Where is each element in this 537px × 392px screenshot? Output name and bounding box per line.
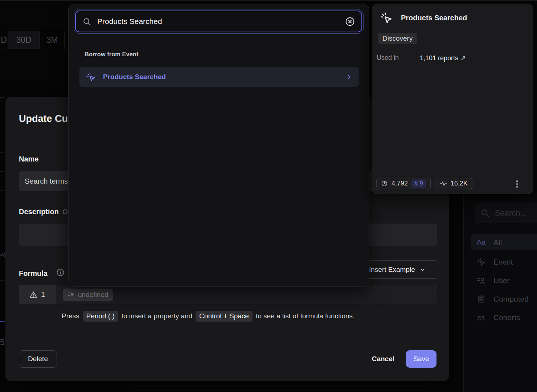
time-range-selector: D 30D 3M — [0, 31, 65, 49]
used-in-label: Used in — [377, 54, 399, 62]
clear-search-icon[interactable] — [345, 17, 355, 26]
sidebar-item-all[interactable]: Aa All — [471, 234, 537, 250]
delete-button[interactable]: Delete — [19, 350, 57, 368]
backdrop-gridline — [0, 97, 5, 98]
sidebar-item-cohorts[interactable]: Cohorts — [471, 309, 537, 326]
external-link-icon: ↗ — [460, 54, 466, 62]
pie-chart-icon — [381, 180, 388, 187]
search-input[interactable] — [97, 17, 339, 26]
cancel-button[interactable]: Cancel — [372, 355, 394, 363]
chip-label: undefined — [78, 291, 108, 299]
modal-footer-actions: Cancel Save — [372, 350, 436, 368]
backdrop-chart-line — [0, 321, 5, 322]
error-line-number: 1 — [41, 291, 45, 299]
kbd-period: Period (.) — [83, 311, 118, 322]
save-button[interactable]: Save — [406, 350, 436, 368]
warning-icon — [29, 291, 37, 299]
text-type-icon: Aa — [477, 238, 485, 246]
event-cursor-icon — [86, 72, 96, 82]
backdrop-gridline — [0, 190, 5, 191]
property-type-sidebar: Search... Aa All Event User Computed — [463, 192, 537, 392]
insert-example-label: Insert Example — [369, 266, 415, 274]
event-cursor-icon — [380, 12, 393, 24]
backdrop-top-edge — [0, 0, 537, 1]
sidebar-search-input[interactable]: Search... — [475, 203, 537, 223]
sidebar-item-event[interactable]: Event — [471, 254, 537, 270]
backdrop-gridline — [0, 280, 5, 281]
chevron-right-icon — [345, 74, 352, 81]
backdrop-gridline — [0, 152, 5, 153]
user-icon — [477, 276, 485, 285]
hint-text: to insert a property and — [122, 312, 192, 320]
sidebar-item-user[interactable]: User — [471, 272, 537, 289]
sidebar-item-label: Cohorts — [493, 313, 520, 322]
property-search-modal: Borrow from Event Products Searched — [68, 4, 369, 287]
cohorts-icon — [477, 313, 485, 322]
description-label: Description — [19, 208, 59, 216]
sidebar-item-label: User — [493, 276, 509, 285]
search-icon — [82, 17, 91, 26]
event-cursor-icon — [477, 258, 485, 266]
undefined-property-chip[interactable]: undefined — [63, 289, 113, 301]
computed-icon — [477, 295, 485, 303]
app-root: D 30D 3M lay 5 Search... Aa All Event Us… — [0, 0, 537, 392]
event-volume: 16.2K — [451, 180, 468, 187]
search-input-wrapper — [75, 11, 362, 32]
card-divider — [372, 171, 533, 171]
search-result-products-searched[interactable]: Products Searched — [79, 67, 359, 87]
insert-example-button[interactable]: Insert Example — [363, 260, 438, 279]
event-detail-card: Products Searched Discovery Used in 1,10… — [372, 4, 533, 194]
event-count-pill[interactable]: 4,792 # 9 — [376, 177, 431, 190]
more-options-icon[interactable] — [513, 178, 521, 190]
event-stats: 4,792 # 9 16.2K — [376, 177, 472, 190]
sidebar-item-label: Computed — [493, 295, 529, 303]
hint-text: Press — [62, 312, 79, 320]
formula-label: Formula — [19, 269, 48, 278]
name-label: Name — [19, 155, 38, 163]
sidebar-search-placeholder: Search... — [495, 208, 527, 218]
sidebar-item-label: All — [493, 238, 502, 247]
formula-error-gutter: 1 — [19, 285, 56, 304]
event-volume-pill[interactable]: 16.2K — [435, 177, 472, 190]
activity-icon — [440, 180, 447, 187]
event-count: 4,792 — [392, 180, 408, 187]
sidebar-item-computed[interactable]: Computed — [471, 291, 537, 307]
formula-hint: Press Period (.) to insert a property an… — [62, 311, 354, 322]
borrow-from-event-label: Borrow from Event — [85, 51, 139, 58]
backdrop-axis-fragment: 5 — [0, 338, 5, 347]
formula-input[interactable]: 1 undefined — [19, 285, 437, 304]
info-icon[interactable] — [56, 268, 65, 277]
time-range-partial[interactable]: D — [0, 31, 8, 49]
event-property-icon — [68, 291, 75, 298]
result-label: Products Searched — [103, 73, 338, 81]
time-range-30d[interactable]: 30D — [8, 31, 40, 49]
reports-link-text: 1,101 reports — [420, 54, 458, 62]
reports-link[interactable]: 1,101 reports ↗ — [420, 54, 466, 62]
hint-text: to see a list of formula functions. — [256, 312, 354, 320]
backdrop-gridline — [0, 171, 5, 172]
event-rank-badge: # 9 — [411, 179, 426, 188]
time-range-3m[interactable]: 3M — [40, 31, 65, 49]
discovery-tag[interactable]: Discovery — [378, 33, 417, 44]
event-title: Products Searched — [401, 14, 467, 22]
search-icon — [480, 208, 490, 218]
sidebar-item-label: Event — [493, 258, 513, 266]
chevron-down-icon — [419, 266, 426, 273]
kbd-control-space: Control + Space — [196, 311, 253, 322]
